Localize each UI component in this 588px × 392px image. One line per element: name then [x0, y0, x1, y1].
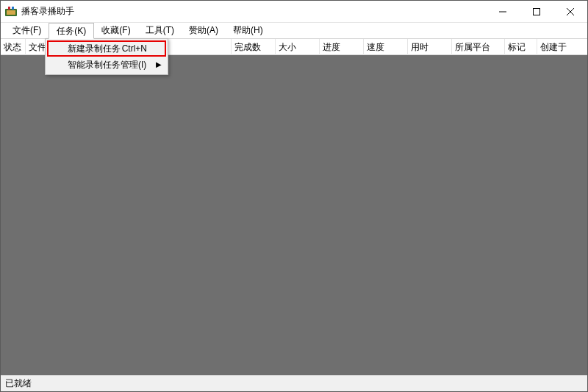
maximize-button[interactable] [520, 1, 553, 23]
menu-bar: 文件(F) 任务(K) 收藏(F) 工具(T) 赞助(A) 帮助(H) [1, 23, 587, 39]
menu-new-record-shortcut: Ctrl+N [122, 43, 147, 54]
menu-file[interactable]: 文件(F) [5, 23, 49, 38]
app-window: 播客录播助手 文件(F) 任务(K) 收藏(F) 工具(T) 赞助(A) 帮助(… [0, 0, 588, 392]
col-mark[interactable]: 标记 [505, 39, 537, 55]
menu-smart-record-manage[interactable]: 智能录制任务管理(I) ▶ [47, 57, 166, 73]
svg-rect-3 [12, 7, 14, 10]
task-list-area [1, 55, 587, 375]
menu-sponsor[interactable]: 赞助(A) [182, 23, 226, 38]
col-speed[interactable]: 速度 [364, 39, 408, 55]
col-state[interactable]: 状态 [1, 39, 26, 55]
status-text: 已就绪 [5, 377, 32, 390]
submenu-arrow-icon: ▶ [156, 61, 162, 68]
col-done[interactable]: 完成数 [232, 39, 276, 55]
status-bar: 已就绪 [1, 375, 587, 391]
title-bar: 播客录播助手 [1, 1, 587, 23]
menu-favorite[interactable]: 收藏(F) [94, 23, 137, 38]
svg-rect-5 [534, 8, 540, 15]
menu-task[interactable]: 任务(K) [49, 23, 94, 39]
close-button[interactable] [553, 1, 587, 23]
app-title: 播客录播助手 [21, 5, 74, 18]
menu-tool[interactable]: 工具(T) [138, 23, 182, 38]
minimize-button[interactable] [486, 1, 520, 23]
col-creator[interactable]: 创建于 [537, 39, 587, 55]
svg-rect-1 [7, 10, 15, 15]
col-elapsed[interactable]: 用时 [408, 39, 452, 55]
menu-help[interactable]: 帮助(H) [226, 23, 270, 38]
menu-new-record-label: 新建录制任务 [68, 43, 121, 55]
svg-rect-2 [8, 7, 10, 10]
col-progress[interactable]: 进度 [320, 39, 364, 55]
col-size[interactable]: 大小 [276, 39, 320, 55]
app-icon [5, 6, 17, 18]
menu-smart-record-label: 智能录制任务管理(I) [68, 59, 146, 71]
menu-new-record-task[interactable]: 新建录制任务 Ctrl+N [47, 40, 166, 57]
col-platform[interactable]: 所属平台 [452, 39, 505, 55]
task-dropdown: 新建录制任务 Ctrl+N 智能录制任务管理(I) ▶ [45, 38, 168, 75]
